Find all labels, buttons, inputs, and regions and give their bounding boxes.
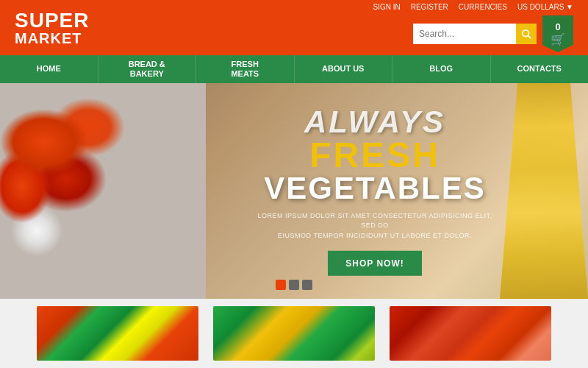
hero-dots xyxy=(276,280,312,290)
header-right: SIGN IN REGISTER CURRENCIES US DOLLARS ▼… xyxy=(373,3,573,52)
hero-section: ALWAYS FRESH VEGETABLES LOREM IPSUM DOLO… xyxy=(0,83,588,299)
hero-vegetables-image xyxy=(0,83,206,299)
nav-about[interactable]: ABOUT US xyxy=(295,55,393,83)
cart-icon-area: 0 🛒 xyxy=(551,21,565,46)
search-bar xyxy=(413,24,537,44)
dot-3[interactable] xyxy=(302,280,312,290)
search-icon xyxy=(521,29,531,39)
logo-super: SUPER xyxy=(15,10,89,31)
logo[interactable]: SUPER MARKET xyxy=(15,10,89,46)
signin-link[interactable]: SIGN IN xyxy=(373,3,400,11)
search-input[interactable] xyxy=(413,24,516,44)
cart-count: 0 xyxy=(555,21,560,32)
hero-line3: VEGETABLES xyxy=(257,172,492,203)
dot-1[interactable] xyxy=(276,280,286,290)
header: SUPER MARKET SIGN IN REGISTER CURRENCIES… xyxy=(0,0,588,55)
main-nav: HOME BREAD & BAKERY FRESH MEATS ABOUT US… xyxy=(0,55,588,83)
search-button[interactable] xyxy=(516,24,537,44)
shop-now-button[interactable]: SHOP NOW! xyxy=(328,251,421,276)
dot-2[interactable] xyxy=(289,280,299,290)
hero-line1: ALWAYS xyxy=(257,106,492,137)
hero-line2: FRESH xyxy=(257,137,492,172)
hero-content: ALWAYS FRESH VEGETABLES LOREM IPSUM DOLO… xyxy=(257,106,492,276)
product-card-veggies[interactable] xyxy=(37,306,198,361)
cart-icon: 🛒 xyxy=(551,32,565,46)
register-link[interactable]: REGISTER xyxy=(411,3,448,11)
nav-meats[interactable]: FRESH MEATS xyxy=(196,55,295,83)
currencies-label: CURRENCIES xyxy=(459,3,507,11)
svg-point-0 xyxy=(523,30,529,37)
currency-selector[interactable]: US DOLLARS ▼ xyxy=(517,3,573,11)
header-links: SIGN IN REGISTER CURRENCIES US DOLLARS ▼ xyxy=(373,3,573,11)
product-card-meat[interactable] xyxy=(390,306,551,361)
nav-home[interactable]: HOME xyxy=(0,55,98,83)
cart-wrapper[interactable]: 0 🛒 xyxy=(542,15,573,52)
svg-line-1 xyxy=(528,36,531,39)
nav-bread[interactable]: BREAD & BAKERY xyxy=(98,55,197,83)
nav-contacts[interactable]: CONTACTS xyxy=(491,55,589,83)
products-section xyxy=(0,299,588,368)
search-cart-row: 0 🛒 xyxy=(413,15,573,52)
logo-market: MARKET xyxy=(15,31,89,46)
hero-description: LOREM IPSUM DOLOR SIT AMET CONSECTETUR A… xyxy=(257,210,492,241)
nav-blog[interactable]: BLOG xyxy=(392,55,491,83)
product-card-fruits[interactable] xyxy=(213,306,375,361)
